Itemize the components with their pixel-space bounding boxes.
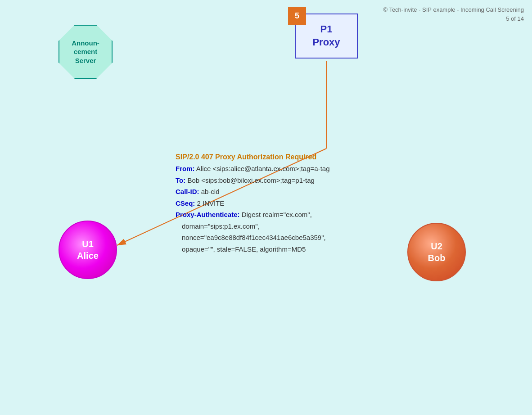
copyright-text: © Tech-invite - SIP example - Incoming C…: [383, 5, 524, 23]
announcement-server-shape: Announ- cement Server: [59, 25, 113, 79]
msg-proxyauth-line1: Proxy-Authenticate: Digest realm="ex.com…: [176, 209, 329, 221]
msg-from-line: From: Alice <sips:alice@atlanta.ex.com>;…: [176, 163, 329, 175]
msg-to-line: To: Bob <sips:bob@biloxi.ex.com>;tag=p1-…: [176, 175, 329, 186]
copyright-line1: © Tech-invite - SIP example - Incoming C…: [383, 6, 524, 13]
msg-proxyauth-line2: domain="sips:p1.ex.com",: [176, 221, 329, 232]
u1-label: U1 Alice: [77, 238, 99, 262]
u2-label: U2 Bob: [428, 240, 446, 264]
u1-alice: U1 Alice: [59, 221, 117, 279]
p1-proxy-label: P1 Proxy: [312, 23, 340, 49]
message-block: SIP/2.0 407 Proxy Authorization Required…: [176, 151, 329, 255]
announcement-server-label: Announ- cement Server: [72, 39, 99, 65]
msg-proxyauth-line3: nonce="ea9c8e88df84f1cec4341ae6cbe5a359"…: [176, 232, 329, 244]
announcement-server: Announ- cement Server: [59, 25, 113, 79]
p1-badge: 5: [288, 7, 306, 25]
msg-callid-line: Call-ID: ab-cid: [176, 186, 329, 198]
copyright-line2: 5 of 14: [506, 15, 524, 22]
msg-cseq-line: CSeq: 2 INVITE: [176, 198, 329, 209]
msg-proxyauth-line4: opaque="", stale=FALSE, algorithm=MD5: [176, 244, 329, 255]
u2-bob: U2 Bob: [407, 223, 466, 281]
msg-status-line: SIP/2.0 407 Proxy Authorization Required: [176, 151, 329, 163]
p1-proxy: 5 P1 Proxy: [295, 14, 358, 59]
